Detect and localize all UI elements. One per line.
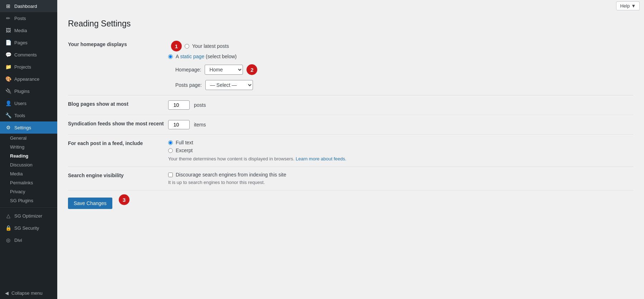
badge-3: 3	[119, 194, 130, 205]
sidebar-item-projects[interactable]: 📁 Projects	[0, 61, 57, 73]
radio-static-page-label: A static page (select below)	[176, 54, 236, 59]
radio-latest-posts[interactable]	[185, 44, 189, 49]
feed-include-hint: Your theme determines how content is dis…	[168, 156, 633, 161]
sidebar-item-pages[interactable]: 📄 Pages	[0, 36, 57, 49]
homepage-displays-row: Your homepage displays 1 Your latest pos…	[68, 36, 633, 95]
feed-include-label: For each post in a feed, include	[68, 140, 168, 146]
search-engine-field: Discourage search engines from indexing …	[168, 172, 633, 185]
search-engine-label: Search engine visibility	[68, 172, 168, 178]
projects-icon: 📁	[5, 64, 11, 70]
sidebar-item-label: Posts	[14, 16, 26, 21]
posts-page-sub-row: Posts page: — Select — Blog News	[175, 80, 633, 90]
homepage-select-label: Homepage:	[175, 67, 201, 73]
syndication-label: Syndication feeds show the most recent	[68, 120, 168, 126]
sidebar-item-dashboard[interactable]: ⊞ Dashboard	[0, 0, 57, 12]
sidebar-sub-privacy[interactable]: Privacy	[0, 187, 57, 196]
sidebar-sub-media[interactable]: Media	[0, 169, 57, 178]
sidebar-item-sg-security[interactable]: 🔒 SG Security	[0, 222, 57, 234]
sidebar-sub-permalinks[interactable]: Permalinks	[0, 178, 57, 187]
help-arrow-icon: ▼	[631, 3, 636, 9]
badge-1: 1	[171, 41, 182, 51]
main-content: Help ▼ Reading Settings Your homepage di…	[57, 0, 644, 299]
radio-static-page[interactable]	[168, 54, 173, 59]
sidebar-item-label: Projects	[14, 64, 31, 70]
collapse-menu-button[interactable]: ◀ Collapse menu	[0, 287, 57, 299]
radio-full-text-option: Full text	[168, 140, 633, 145]
collapse-menu-label: Collapse menu	[11, 290, 43, 296]
tools-icon: 🔧	[5, 113, 11, 118]
sidebar-item-users[interactable]: 👤 Users	[0, 97, 57, 109]
radio-full-text-label: Full text	[176, 140, 193, 145]
blog-pages-row: Blog pages show at most posts	[68, 95, 633, 115]
sidebar-item-settings[interactable]: ⚙ Settings	[0, 121, 57, 134]
static-page-link[interactable]: static page	[180, 54, 204, 59]
badge-2: 2	[247, 64, 257, 75]
content-area: Reading Settings Your homepage displays …	[57, 12, 644, 299]
homepage-displays-field: 1 Your latest posts A static page (selec…	[168, 41, 633, 90]
help-button[interactable]: Help ▼	[616, 1, 640, 10]
radio-static-page-option: A static page (select below)	[168, 54, 633, 59]
sg-optimizer-icon: △	[5, 213, 11, 219]
topbar: Help ▼	[57, 0, 644, 12]
search-engine-checkbox-label: Discourage search engines from indexing …	[176, 172, 286, 178]
sidebar-item-sg-optimizer[interactable]: △ SG Optimizer	[0, 210, 57, 222]
sidebar-item-appearance[interactable]: 🎨 Appearance	[0, 73, 57, 85]
sidebar-sub-general[interactable]: General	[0, 134, 57, 143]
posts-page-select-label: Posts page:	[175, 82, 202, 88]
blog-pages-number[interactable]	[168, 100, 190, 110]
sidebar-item-label: Dashboard	[14, 4, 37, 9]
sidebar-item-posts[interactable]: ✏ Posts	[0, 12, 57, 24]
radio-latest-posts-option: 1 Your latest posts	[168, 41, 633, 51]
sidebar-sub-sg-plugins[interactable]: SG Plugins	[0, 196, 57, 205]
sidebar-item-media[interactable]: 🖼 Media	[0, 24, 57, 36]
radio-latest-posts-label: Your latest posts	[192, 43, 229, 49]
feed-include-field: Full text Excerpt Your theme determines …	[168, 140, 633, 161]
syndication-number[interactable]	[168, 120, 190, 129]
homepage-select-wrap: Home About Contact 2	[205, 64, 257, 75]
save-row: Save Changes 3	[68, 190, 633, 209]
radio-full-text[interactable]	[168, 140, 173, 145]
posts-page-select[interactable]: — Select — Blog News	[205, 80, 253, 90]
sidebar-divider	[0, 207, 57, 208]
blog-pages-label: Blog pages show at most	[68, 100, 168, 107]
sidebar-item-label: Media	[14, 28, 27, 33]
sidebar-item-comments[interactable]: 💬 Comments	[0, 49, 57, 61]
help-label: Help	[620, 3, 630, 9]
blog-pages-field: posts	[168, 100, 633, 110]
search-engine-checkbox[interactable]	[168, 173, 173, 177]
pages-icon: 📄	[5, 40, 11, 45]
sidebar-item-tools[interactable]: 🔧 Tools	[0, 109, 57, 121]
radio-excerpt[interactable]	[168, 148, 173, 153]
users-icon: 👤	[5, 100, 11, 106]
sidebar-item-plugins[interactable]: 🔌 Plugins	[0, 85, 57, 97]
homepage-sub-row: Homepage: Home About Contact 2	[175, 64, 633, 75]
sidebar-item-label: Pages	[14, 40, 28, 45]
save-changes-button[interactable]: Save Changes	[68, 198, 112, 209]
sidebar-item-label: SG Optimizer	[14, 213, 42, 219]
sidebar-sub-reading[interactable]: Reading	[0, 151, 57, 160]
sidebar-sub-writing[interactable]: Writing	[0, 143, 57, 151]
sidebar-item-label: Tools	[14, 113, 25, 118]
sidebar-sub-discussion[interactable]: Discussion	[0, 160, 57, 169]
sidebar-item-label: Plugins	[14, 89, 30, 94]
syndication-field: items	[168, 120, 633, 129]
sidebar-item-label: Divi	[14, 238, 22, 243]
sidebar-item-label: Users	[14, 101, 26, 106]
radio-excerpt-option: Excerpt	[168, 148, 633, 153]
sidebar-item-label: Settings	[14, 125, 31, 130]
feed-radio-group: Full text Excerpt	[168, 140, 633, 153]
page-title: Reading Settings	[68, 19, 633, 29]
sidebar-item-divi[interactable]: ◎ Divi	[0, 234, 57, 246]
radio-excerpt-label: Excerpt	[176, 148, 192, 153]
posts-icon: ✏	[5, 15, 11, 21]
blog-pages-suffix: posts	[194, 102, 206, 108]
learn-more-feeds-link[interactable]: Learn more about feeds.	[296, 156, 347, 161]
sg-security-icon: 🔒	[5, 225, 11, 231]
media-icon: 🖼	[5, 28, 11, 33]
homepage-select[interactable]: Home About Contact	[205, 65, 243, 75]
divi-icon: ◎	[5, 237, 11, 243]
collapse-icon: ◀	[5, 290, 9, 296]
syndication-suffix: items	[194, 122, 206, 128]
search-engine-hint: It is up to search engines to honor this…	[168, 180, 633, 185]
settings-icon: ⚙	[5, 125, 11, 130]
